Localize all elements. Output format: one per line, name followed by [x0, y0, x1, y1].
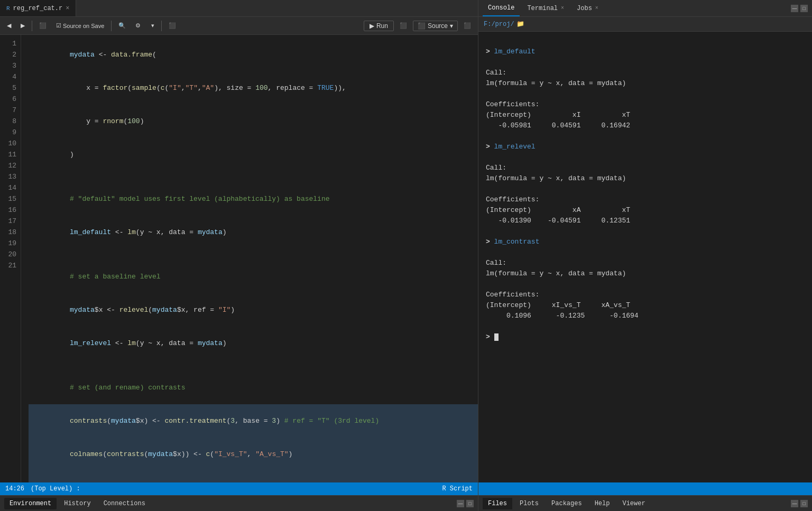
files-panel-controls: — □ — [791, 500, 808, 507]
save-button[interactable]: ⬛ — [35, 20, 50, 32]
console-output-area[interactable]: > lm_default Call: lm(formula = y ~ x, d… — [478, 32, 812, 482]
toolbar-separator-3 — [161, 21, 162, 31]
code-line-8 — [29, 249, 478, 260]
r-file-icon: R — [6, 5, 10, 12]
viewer-tab[interactable]: Viewer — [617, 498, 650, 509]
line-number: 7 — [0, 105, 16, 116]
compile-icon: ⬛ — [169, 22, 176, 29]
line-number: 17 — [0, 216, 16, 227]
source-label: Source — [428, 22, 448, 30]
jobs-tab-label: Jobs — [577, 5, 592, 12]
maximize-console-button[interactable]: □ — [800, 5, 808, 12]
code-line-14: contrasts(mydata$x) <- contr.treatment(3… — [29, 404, 478, 438]
code-line-9: # set a baseline level — [29, 260, 478, 293]
environment-tab[interactable]: Environment — [4, 498, 57, 509]
code-tools-button[interactable]: ⚙ — [132, 20, 144, 32]
console-prompt-line: > — [486, 332, 805, 342]
line-number: 15 — [0, 193, 16, 205]
line-number: 2 — [0, 49, 16, 60]
console-tab-jobs[interactable]: Jobs × — [571, 0, 604, 16]
jobs-close-icon[interactable]: × — [595, 5, 598, 11]
editor-panel: R reg_ref_cat.r × ◀ ▶ ⬛ ☑ Source on Save… — [0, 0, 478, 511]
editor-tab-file[interactable]: R reg_ref_cat.r × — [0, 0, 76, 16]
line-number: 20 — [0, 249, 16, 260]
minimize-files-button[interactable]: — — [791, 500, 798, 507]
line-number: 16 — [0, 205, 16, 216]
line-number: 9 — [0, 127, 16, 138]
code-line-5 — [29, 171, 478, 182]
line-number: 3 — [0, 60, 16, 71]
minimize-console-button[interactable]: — — [791, 5, 798, 12]
dirty-indicator: × — [66, 5, 69, 12]
code-line-13: # set (and rename) contrasts — [29, 371, 478, 404]
source-on-save-label: Source on Save — [63, 23, 104, 29]
line-number: 13 — [0, 171, 16, 182]
maximize-files-button[interactable]: □ — [800, 500, 808, 507]
code-line-12 — [29, 360, 478, 371]
connections-tab[interactable]: Connections — [98, 498, 151, 509]
env-tab-bar: Environment History Connections — □ — [0, 495, 478, 511]
line-number: 1 — [0, 38, 16, 49]
toolbar-separator-1 — [32, 21, 32, 31]
run-adjacent-button[interactable]: ⬛ — [396, 20, 411, 32]
history-tab[interactable]: History — [59, 498, 96, 509]
terminal-close-icon[interactable]: × — [561, 5, 564, 11]
file-type: R Script — [442, 485, 473, 493]
run-label: Run — [376, 22, 388, 30]
editor-tab-filename: reg_ref_cat.r — [13, 5, 63, 12]
console-status-bar — [478, 482, 812, 495]
source-arrow-icon: ▾ — [450, 22, 453, 30]
terminal-tab-label: Terminal — [527, 5, 558, 12]
cursor-position: 14:26 — [5, 485, 24, 493]
editor-tab-bar: R reg_ref_cat.r × — [0, 0, 478, 17]
editor-status-bar: 14:26 (Top Level) : R Script — [0, 482, 478, 495]
settings-button[interactable]: ▾ — [147, 20, 158, 32]
maximize-env-button[interactable]: □ — [466, 500, 474, 507]
packages-tab[interactable]: Packages — [546, 498, 587, 509]
files-tab-bar: Files Plots Packages Help Viewer — □ — [478, 495, 812, 511]
console-tab-bar: Console Terminal × Jobs × — □ — [478, 0, 812, 17]
run-icon: ▶ — [370, 22, 374, 30]
line-number: 18 — [0, 227, 16, 238]
toolbar-separator-2 — [111, 21, 112, 31]
source-dropdown-icon: ⬛ — [418, 22, 426, 30]
code-editor[interactable]: mydata <- data.frame( x = factor(sample(… — [21, 35, 478, 482]
source-on-save-button[interactable]: ☑ Source on Save — [52, 20, 108, 32]
forward-button[interactable]: ▶ — [17, 20, 29, 32]
panel-controls: — □ — [457, 500, 474, 507]
more-options-button[interactable]: ⬛ — [460, 20, 475, 32]
files-tab[interactable]: Files — [483, 498, 512, 509]
code-line-7: lm_default <- lm(y ~ x, data = mydata) — [29, 216, 478, 249]
line-number: 8 — [0, 116, 16, 127]
code-line-16: mydata$x — [29, 471, 478, 482]
back-button[interactable]: ◀ — [3, 20, 15, 32]
editor-content: 1 2 3 4 5 6 7 8 9 10 11 12 13 14 15 16 1… — [0, 35, 478, 482]
search-icon: 🔍 — [118, 22, 126, 29]
editor-toolbar: ◀ ▶ ⬛ ☑ Source on Save 🔍 ⚙ ▾ ⬛ — [0, 17, 478, 35]
line-number: 6 — [0, 94, 16, 105]
tools-icon: ⚙ — [135, 22, 141, 29]
search-button[interactable]: 🔍 — [115, 20, 130, 32]
line-number: 19 — [0, 238, 16, 249]
source-button[interactable]: ⬛ Source ▾ — [413, 21, 458, 31]
line-number: 4 — [0, 71, 16, 82]
help-tab[interactable]: Help — [589, 498, 615, 509]
compile-button[interactable]: ⬛ — [165, 20, 180, 32]
scope-indicator: (Top Level) : — [31, 485, 80, 493]
line-number: 5 — [0, 82, 16, 94]
console-tab-console[interactable]: Console — [483, 0, 520, 16]
console-tab-terminal[interactable]: Terminal × — [522, 0, 569, 16]
code-line-2: x = factor(sample(c("I","T","A"), size =… — [29, 71, 478, 105]
plots-tab[interactable]: Plots — [514, 498, 544, 509]
line-number: 14 — [0, 182, 16, 193]
run-button[interactable]: ▶ Run — [364, 21, 394, 31]
line-numbers: 1 2 3 4 5 6 7 8 9 10 11 12 13 14 15 16 1… — [0, 35, 21, 482]
save-icon: ⬛ — [39, 22, 47, 29]
line-number: 21 — [0, 260, 16, 271]
path-label: F:/proj/ — [484, 21, 514, 28]
line-number: 10 — [0, 138, 16, 149]
code-line-15: colnames(contrasts(mydata$x)) <- c("I_vs… — [29, 438, 478, 471]
output-block-1: > lm_default Call: lm(formula = y ~ x, d… — [486, 36, 805, 332]
console-tab-controls: — □ — [791, 5, 808, 12]
minimize-env-button[interactable]: — — [457, 500, 464, 507]
